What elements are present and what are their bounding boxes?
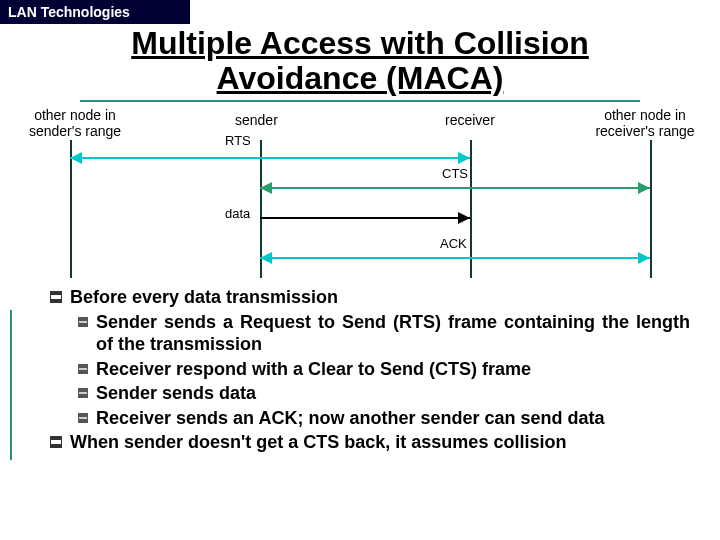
bullet-text: Sender sends data	[96, 382, 256, 405]
ack-label: ACK	[440, 236, 467, 251]
rts-label: RTS	[225, 133, 251, 148]
maca-diagram: other node in sender's range sender rece…	[10, 108, 710, 278]
bullet-icon	[78, 364, 88, 374]
bullet-icon	[78, 317, 88, 327]
bullet-text: Receiver sends an ACK; now another sende…	[96, 407, 604, 430]
bullet-icon	[78, 413, 88, 423]
cts-label: CTS	[442, 166, 468, 181]
bullet-sub-4: Receiver sends an ACK; now another sende…	[78, 407, 690, 430]
label-receiver: receiver	[445, 113, 495, 128]
section-header: LAN Technologies	[0, 0, 190, 24]
bullet-icon	[78, 388, 88, 398]
rts-arrow	[70, 152, 470, 164]
bullet-icon	[50, 291, 62, 303]
bullet-list: Before every data transmission Sender se…	[50, 286, 690, 454]
bullet-text: When sender doesn't get a CTS back, it a…	[70, 431, 566, 454]
bullet-sub-3: Sender sends data	[78, 382, 690, 405]
timeline-other-receiver	[650, 140, 652, 278]
label-other-sender: other node in sender's range	[15, 108, 135, 139]
bullet-text: Receiver respond with a Clear to Send (C…	[96, 358, 531, 381]
data-label: data	[225, 206, 250, 221]
bullet-icon	[50, 436, 62, 448]
bullet-main-2: When sender doesn't get a CTS back, it a…	[50, 431, 690, 454]
label-other-receiver: other node in receiver's range	[580, 108, 710, 139]
label-sender: sender	[235, 113, 278, 128]
data-arrow	[260, 212, 470, 224]
cts-arrow	[260, 182, 650, 194]
bullet-text: Sender sends a Request to Send (RTS) fra…	[96, 311, 690, 356]
side-accent-line	[10, 310, 12, 460]
bullet-sub-2: Receiver respond with a Clear to Send (C…	[78, 358, 690, 381]
bullet-sub-1: Sender sends a Request to Send (RTS) fra…	[78, 311, 690, 356]
slide-title: Multiple Access with Collision Avoidance…	[80, 26, 640, 102]
bullet-main-1: Before every data transmission	[50, 286, 690, 309]
bullet-text: Before every data transmission	[70, 286, 338, 309]
ack-arrow	[260, 252, 650, 264]
